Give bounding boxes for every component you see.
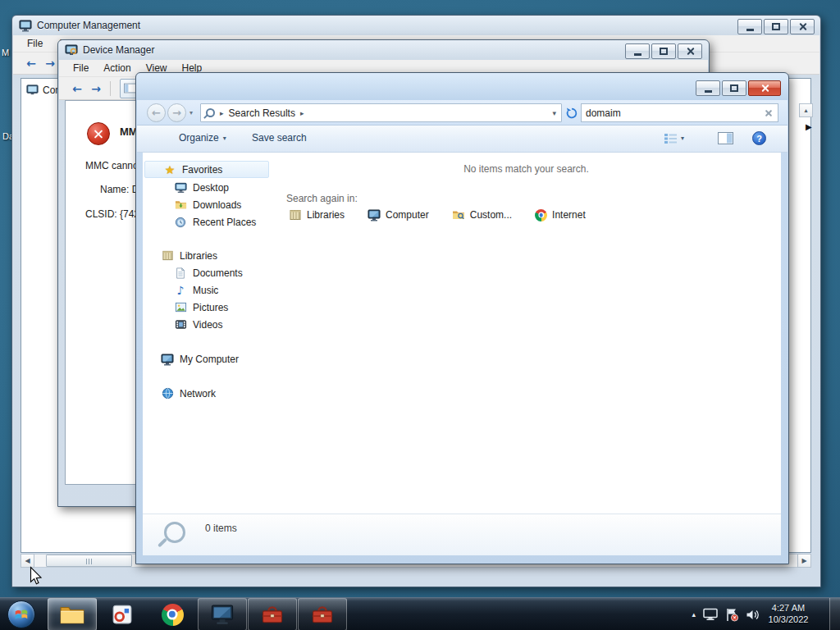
star-icon: ★	[163, 163, 176, 176]
chrome-icon	[162, 604, 184, 626]
sidebar-item-videos[interactable]: Videos	[143, 316, 272, 333]
list-view-icon	[664, 132, 678, 144]
scroll-thumb[interactable]	[46, 555, 132, 567]
menu-action[interactable]: Action	[96, 62, 138, 74]
nav-forward-button[interactable]: →	[167, 103, 186, 122]
pane-expand-icon[interactable]: ▶	[806, 122, 812, 131]
refresh-icon	[565, 107, 578, 120]
search-input[interactable]	[586, 106, 758, 120]
breadcrumb-location[interactable]: Search Results	[229, 107, 295, 119]
back-arrow-icon[interactable]: ←	[69, 80, 85, 97]
error-icon	[87, 122, 110, 145]
nav-back-button[interactable]: ←	[147, 103, 166, 122]
sidebar-item-libraries[interactable]: Libraries	[143, 247, 272, 264]
results-pane: No items match your search. Search again…	[272, 153, 781, 514]
internet-icon	[535, 209, 547, 221]
search-target-internet[interactable]: Internet	[529, 205, 591, 225]
back-arrow-icon[interactable]: ←	[23, 55, 39, 71]
title-bar[interactable]: Device Manager	[58, 40, 709, 60]
taskbar-clock[interactable]: 4:27 AM 10/3/2022	[761, 602, 815, 625]
close-button[interactable]	[678, 43, 702, 59]
sidebar-item-my-computer[interactable]: My Computer	[143, 350, 272, 368]
close-button[interactable]	[790, 19, 815, 34]
computer-icon	[161, 353, 174, 366]
desktop-icon	[174, 181, 187, 194]
maximize-button[interactable]	[651, 43, 676, 59]
forward-arrow-icon[interactable]: →	[42, 55, 58, 71]
title-bar[interactable]: Computer Management	[12, 16, 820, 35]
display-tray-icon[interactable]	[703, 608, 718, 621]
refresh-button[interactable]	[563, 104, 581, 121]
navigation-pane: ★ Favorites Desktop Downloads Recent Pla…	[143, 153, 272, 514]
breadcrumb[interactable]: ▸ Search Results ▸ ▾	[200, 103, 562, 122]
taskbar-item-chrome[interactable]	[148, 598, 197, 630]
sidebar-item-recent-places[interactable]: Recent Places	[143, 213, 272, 231]
organize-menu-button[interactable]: Organize ▾	[179, 132, 226, 144]
libraries-icon	[289, 208, 302, 221]
close-icon	[798, 22, 807, 31]
minimize-button[interactable]	[696, 80, 720, 96]
search-target-computer[interactable]: Computer	[362, 205, 435, 225]
forward-arrow-icon[interactable]: →	[88, 80, 104, 97]
sidebar-item-desktop[interactable]: Desktop	[143, 179, 272, 196]
scroll-up-button[interactable]: ▴	[799, 103, 813, 117]
taskbar-item-mmc-console[interactable]	[248, 598, 297, 630]
device-manager-icon	[65, 43, 78, 57]
menu-file[interactable]: File	[66, 62, 96, 74]
sidebar-item-pictures[interactable]: Pictures	[143, 299, 272, 316]
folder-icon	[60, 605, 84, 624]
close-icon	[686, 47, 695, 56]
downloads-icon	[174, 199, 187, 212]
preview-pane-icon	[718, 132, 733, 144]
taskbar-item-explorer[interactable]	[48, 598, 97, 630]
command-toolbar: Organize ▾ Save search ▾ ?	[137, 126, 788, 153]
computer-icon	[368, 208, 381, 221]
clock-date: 10/3/2022	[761, 614, 815, 625]
minimize-button[interactable]	[625, 43, 650, 59]
maximize-button[interactable]	[722, 80, 746, 96]
console-tree-icon	[124, 83, 136, 94]
breadcrumb-chevron-icon: ▸	[220, 109, 224, 117]
windows-flag-icon	[13, 606, 30, 623]
change-view-button[interactable]: ▾	[664, 132, 684, 144]
taskbar-item-computer[interactable]	[198, 598, 247, 630]
search-icon	[206, 108, 215, 117]
search-target-libraries[interactable]: Libraries	[283, 205, 350, 225]
desktop-icon-label[interactable]: M	[2, 48, 9, 57]
action-center-flag-icon[interactable]	[725, 608, 738, 622]
status-bar: 0 items	[143, 514, 781, 555]
close-button[interactable]	[748, 80, 781, 96]
taskbar-item-mmc-console-2[interactable]	[298, 598, 347, 630]
save-search-button[interactable]: Save search	[252, 132, 307, 144]
sidebar-item-network[interactable]: Network	[143, 385, 272, 402]
custom-search-icon	[452, 208, 465, 221]
sidebar-item-music[interactable]: ♪ Music	[143, 281, 272, 299]
taskbar-item-pinned-app[interactable]	[98, 598, 147, 630]
help-button[interactable]: ?	[752, 131, 766, 145]
menu-file[interactable]: File	[20, 38, 50, 49]
window-title: Device Manager	[83, 44, 154, 56]
volume-icon[interactable]	[746, 609, 760, 621]
hidden-icons-chevron-icon[interactable]: ▴	[692, 610, 696, 619]
search-target-custom[interactable]: Custom...	[446, 205, 518, 225]
minimize-button[interactable]	[737, 19, 762, 34]
monitor-icon	[211, 605, 234, 625]
search-again-label: Search again in:	[286, 193, 358, 204]
sidebar-item-favorites[interactable]: ★ Favorites	[144, 161, 269, 178]
breadcrumb-dropdown-icon[interactable]: ▾	[552, 109, 556, 117]
sidebar-item-downloads[interactable]: Downloads	[143, 196, 272, 213]
recent-pages-chevron-icon[interactable]: ▾	[189, 109, 193, 116]
start-button[interactable]	[7, 600, 35, 628]
window-title: Computer Management	[37, 20, 140, 31]
show-desktop-button[interactable]	[829, 598, 840, 630]
search-box[interactable]	[581, 103, 778, 122]
clear-search-icon[interactable]	[765, 109, 773, 117]
taskbar: ▴ 4:27 AM 10/3/2022	[0, 597, 840, 630]
pictures-icon	[174, 301, 187, 314]
scroll-right-button[interactable]: ▶	[797, 554, 811, 568]
breadcrumb-chevron-icon[interactable]: ▸	[300, 109, 304, 117]
maximize-button[interactable]	[764, 19, 788, 34]
item-count: 0 items	[205, 523, 237, 534]
preview-pane-button[interactable]	[718, 132, 733, 144]
sidebar-item-documents[interactable]: Documents	[143, 264, 272, 281]
